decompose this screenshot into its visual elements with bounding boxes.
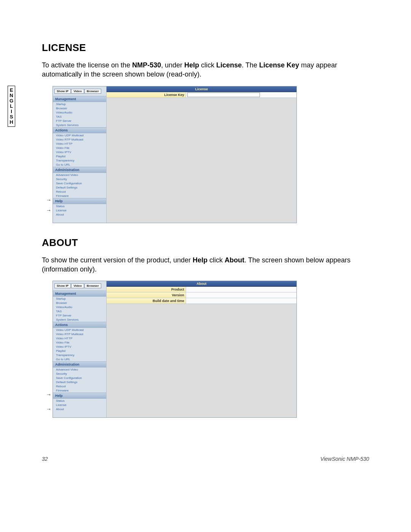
nav-item[interactable]: Video HTTP — [53, 142, 106, 146]
nav-item[interactable]: Reboot — [53, 190, 106, 194]
nav-item[interactable]: About — [53, 407, 106, 411]
pointer-arrow-icon: → — [46, 393, 51, 396]
field-label: License Key — [107, 92, 186, 97]
nav-item[interactable]: Browser — [53, 106, 106, 110]
screenshot-about: Show IPVideoBrowserManagementStartupBrow… — [53, 281, 297, 418]
nav-header: Management — [53, 291, 106, 297]
page-footer: 32 ViewSonic NMP-530 — [42, 456, 369, 462]
license-key-input[interactable] — [187, 93, 260, 97]
nav-item[interactable]: Browser — [53, 301, 106, 305]
nav-item[interactable]: TAS — [53, 309, 106, 313]
nav-item[interactable]: Save Configuration — [53, 181, 106, 185]
nav-header: Administration — [53, 167, 106, 173]
nav-header: Actions — [53, 127, 106, 133]
nav-item[interactable]: Save Configuration — [53, 376, 106, 380]
field-value — [186, 287, 296, 292]
pointer-arrow-icon: → — [46, 407, 51, 411]
content-title: About — [107, 281, 296, 287]
nav-item[interactable]: Security — [53, 372, 106, 376]
nav-item[interactable]: Status — [53, 399, 106, 403]
page-number: 32 — [42, 456, 48, 462]
nav-item[interactable]: About — [53, 212, 106, 217]
field-row: Version — [107, 292, 296, 298]
field-row: Build date and time — [107, 298, 296, 304]
nav-item[interactable]: System Services — [53, 318, 106, 322]
nav-item[interactable]: Firmware — [53, 194, 106, 198]
nav-item[interactable]: Default Settings — [53, 185, 106, 190]
toolbar-button[interactable]: Show IP — [54, 89, 71, 94]
nav-item[interactable]: Go to URL — [53, 357, 106, 361]
para-license: To activate the license on the NMP-530, … — [42, 61, 369, 79]
nav-item[interactable]: Advanced Video — [53, 367, 106, 372]
heading-about: ABOUT — [42, 237, 369, 249]
nav-header: Help — [53, 393, 106, 399]
toolbar-button[interactable]: Video — [71, 283, 84, 288]
nav-item[interactable]: Transparency — [53, 353, 106, 357]
nav-item[interactable]: Startup — [53, 102, 106, 106]
nav-item[interactable]: Reboot — [53, 384, 106, 388]
product-name: ViewSonic NMP-530 — [320, 456, 369, 462]
nav-item[interactable]: Playlist — [53, 154, 106, 158]
nav-item[interactable]: Video RTP Multicast — [53, 137, 106, 142]
nav-item[interactable]: Video HTTP — [53, 336, 106, 340]
toolbar-button[interactable]: Video — [71, 89, 84, 94]
nav-item[interactable]: Transparency — [53, 158, 106, 163]
nav-item[interactable]: Video IPTV — [53, 345, 106, 349]
nav-item[interactable]: FTP Server — [53, 119, 106, 123]
nav-item[interactable]: Video/Audio — [53, 110, 106, 115]
pointer-arrow-icon: → — [46, 208, 51, 212]
nav-header: Management — [53, 96, 106, 102]
language-tab: ENGLISH — [8, 86, 15, 127]
nav-item[interactable]: Advanced Video — [53, 173, 106, 177]
screenshot-license: Show IPVideoBrowserManagementStartupBrow… — [53, 86, 297, 223]
field-value — [186, 92, 296, 97]
nav-item[interactable]: Firmware — [53, 388, 106, 393]
nav-item[interactable]: Default Settings — [53, 380, 106, 384]
field-row: Product — [107, 287, 296, 292]
field-label: Build date and time — [107, 298, 186, 304]
nav-item[interactable]: Status — [53, 204, 106, 208]
nav-item[interactable]: Video/Audio — [53, 305, 106, 309]
nav-item[interactable]: Startup — [53, 297, 106, 301]
nav-item[interactable]: Video File — [53, 146, 106, 150]
nav-header: Actions — [53, 322, 106, 328]
toolbar-button[interactable]: Browser — [84, 89, 101, 94]
nav-item[interactable]: TAS — [53, 115, 106, 119]
nav-item[interactable]: License — [53, 403, 106, 407]
nav-item[interactable]: Go to URL — [53, 163, 106, 167]
field-label: Version — [107, 292, 186, 298]
nav-item[interactable]: Video UDP Multicast — [53, 328, 106, 332]
pointer-arrow-icon: → — [46, 198, 51, 202]
nav-item[interactable]: FTP Server — [53, 313, 106, 318]
field-value — [186, 298, 296, 304]
heading-license: LICENSE — [42, 42, 369, 54]
field-value — [186, 292, 296, 298]
nav-header: Administration — [53, 361, 106, 367]
field-row: License Key — [107, 92, 296, 98]
nav-header: Help — [53, 198, 106, 204]
nav-item[interactable]: Video RTP Multicast — [53, 332, 106, 336]
nav-item[interactable]: Security — [53, 177, 106, 181]
nav-item[interactable]: Video UDP Multicast — [53, 133, 106, 137]
content-title: License — [107, 86, 296, 92]
nav-item[interactable]: License — [53, 208, 106, 212]
nav-item[interactable]: Playlist — [53, 349, 106, 353]
nav-item[interactable]: System Services — [53, 123, 106, 127]
toolbar-button[interactable]: Browser — [84, 283, 101, 288]
nav-item[interactable]: Video IPTV — [53, 150, 106, 154]
para-about: To show the current version of the produ… — [42, 256, 369, 274]
field-label: Product — [107, 287, 186, 292]
nav-item[interactable]: Video File — [53, 340, 106, 345]
toolbar-button[interactable]: Show IP — [54, 283, 71, 288]
